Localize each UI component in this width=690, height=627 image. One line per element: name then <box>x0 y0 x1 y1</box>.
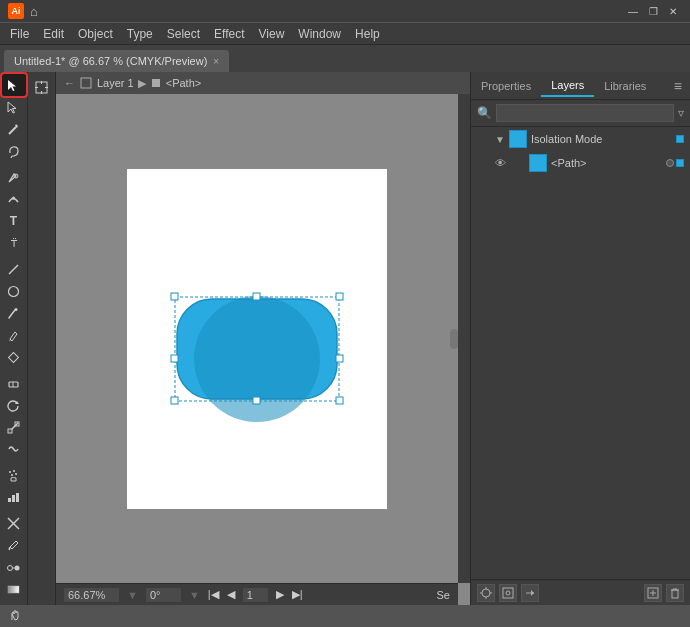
status-nav-start[interactable]: |◀ <box>208 588 219 601</box>
layers-search-bar: 🔍 ▿ <box>471 100 690 127</box>
close-button[interactable]: ✕ <box>664 3 682 19</box>
zoom-to-fit-button[interactable] <box>499 584 517 602</box>
new-layer-button[interactable] <box>644 584 662 602</box>
status-nav-end[interactable]: ▶| <box>292 588 303 601</box>
isolation-mode-layer-item[interactable]: ▼ Isolation Mode <box>471 127 690 151</box>
layers-panel: Properties Layers Libraries ≡ 🔍 ▿ ▼ Isol… <box>470 72 690 605</box>
filter-icon[interactable]: ▿ <box>678 106 684 120</box>
tab-bar: Untitled-1* @ 66.67 % (CMYK/Preview) × <box>0 44 690 72</box>
zoom-input[interactable]: 66.67% <box>64 588 119 602</box>
menu-type[interactable]: Type <box>121 25 159 43</box>
scroll-handle[interactable] <box>450 329 458 349</box>
tab-layers[interactable]: Layers <box>541 75 594 97</box>
paintbrush-tool-button[interactable] <box>2 302 26 324</box>
locate-object-button[interactable] <box>477 584 495 602</box>
path-icon <box>150 77 162 89</box>
svg-marker-1 <box>8 102 16 113</box>
main-area: T T̈ <box>0 72 690 605</box>
layers-content: ▼ Isolation Mode 👁 <Path> <box>471 127 690 579</box>
column-graph-tool-button[interactable] <box>2 486 26 508</box>
minimize-button[interactable]: — <box>624 3 642 19</box>
status-sep-2: ▼ <box>189 589 200 601</box>
breadcrumb-separator: ▶ <box>138 77 146 90</box>
eraser-tool-button[interactable] <box>2 372 26 394</box>
touch-type-tool-button[interactable]: T̈ <box>2 232 26 254</box>
titlebar-left: Ai ⌂ <box>8 3 38 19</box>
lasso-tool-button[interactable] <box>2 140 26 162</box>
rotate-tool-button[interactable] <box>2 394 26 416</box>
shaper-tool-button[interactable] <box>2 346 26 368</box>
svg-point-18 <box>11 474 13 476</box>
toolbar-secondary <box>28 72 56 605</box>
curvature-tool-button[interactable] <box>2 188 26 210</box>
panel-menu-icon[interactable]: ≡ <box>666 74 690 98</box>
svg-rect-45 <box>171 293 178 300</box>
blend-tool-button[interactable] <box>2 556 26 578</box>
menu-effect[interactable]: Effect <box>208 25 250 43</box>
svg-rect-46 <box>253 293 260 300</box>
status-nav-next[interactable]: ▶ <box>276 588 284 601</box>
layers-search-input[interactable] <box>496 104 674 122</box>
direct-select-tool-button[interactable] <box>2 96 26 118</box>
vertical-scrollbar[interactable] <box>458 94 470 583</box>
pen-tool-button[interactable] <box>2 166 26 188</box>
path-layer-item[interactable]: 👁 <Path> <box>487 151 690 175</box>
svg-rect-29 <box>8 586 19 593</box>
toolbar: T T̈ <box>0 72 28 605</box>
path-visibility-icon[interactable]: 👁 <box>493 156 507 170</box>
menu-object[interactable]: Object <box>72 25 119 43</box>
scale-tool-button[interactable] <box>2 416 26 438</box>
svg-point-16 <box>9 471 11 473</box>
svg-rect-52 <box>336 397 343 404</box>
slice-tool-button[interactable] <box>2 512 26 534</box>
menu-window[interactable]: Window <box>292 25 347 43</box>
tab-properties[interactable]: Properties <box>471 76 541 96</box>
document-tab[interactable]: Untitled-1* @ 66.67 % (CMYK/Preview) × <box>4 50 229 72</box>
artboard-tool-button[interactable] <box>30 76 54 98</box>
breadcrumb-path: <Path> <box>166 77 201 89</box>
tab-close-button[interactable]: × <box>213 56 219 67</box>
isolation-mode-label: Isolation Mode <box>531 133 672 145</box>
status-nav-prev[interactable]: ◀ <box>227 588 235 601</box>
touch-type-icon: T̈ <box>11 238 17 249</box>
page-input[interactable]: 1 <box>243 588 268 602</box>
svg-rect-51 <box>253 397 260 404</box>
eyedropper-tool-button[interactable] <box>2 534 26 556</box>
isolation-expand-arrow[interactable]: ▼ <box>495 134 505 145</box>
svg-marker-63 <box>531 590 534 596</box>
rotation-input[interactable]: 0° <box>146 588 181 602</box>
tab-libraries[interactable]: Libraries <box>594 76 656 96</box>
breadcrumb-back-arrow[interactable]: ← <box>64 77 75 89</box>
warp-tool-button[interactable] <box>2 438 26 460</box>
svg-rect-9 <box>9 352 19 362</box>
svg-rect-50 <box>171 397 178 404</box>
ellipse-tool-button[interactable] <box>2 280 26 302</box>
path-thumb <box>529 154 547 172</box>
svg-point-27 <box>15 565 20 570</box>
delete-layer-button[interactable] <box>666 584 684 602</box>
maximize-button[interactable]: ❐ <box>644 3 662 19</box>
release-button[interactable] <box>521 584 539 602</box>
isolation-color-indicator <box>676 135 684 143</box>
menu-select[interactable]: Select <box>161 25 206 43</box>
window-controls[interactable]: — ❐ ✕ <box>624 3 682 19</box>
select-tool-button[interactable] <box>2 74 26 96</box>
menu-edit[interactable]: Edit <box>37 25 70 43</box>
canvas-area: ← Layer 1 ▶ <Path> <box>56 72 470 605</box>
svg-rect-67 <box>672 590 678 598</box>
pencil-tool-button[interactable] <box>2 324 26 346</box>
isolation-mode-thumb <box>509 130 527 148</box>
panel-tabs: Properties Layers Libraries ≡ <box>471 72 690 100</box>
magic-wand-tool-button[interactable] <box>2 118 26 140</box>
line-tool-button[interactable] <box>2 258 26 280</box>
menu-help[interactable]: Help <box>349 25 386 43</box>
breadcrumb-layer: Layer 1 <box>97 77 134 89</box>
gradient-tool-button[interactable] <box>2 578 26 600</box>
hand-tool-button[interactable] <box>2 604 26 626</box>
type-tool-button[interactable]: T <box>2 210 26 232</box>
menu-view[interactable]: View <box>253 25 291 43</box>
menu-file[interactable]: File <box>4 25 35 43</box>
symbol-spray-tool-button[interactable] <box>2 464 26 486</box>
svg-rect-47 <box>336 293 343 300</box>
home-icon[interactable]: ⌂ <box>30 4 38 19</box>
